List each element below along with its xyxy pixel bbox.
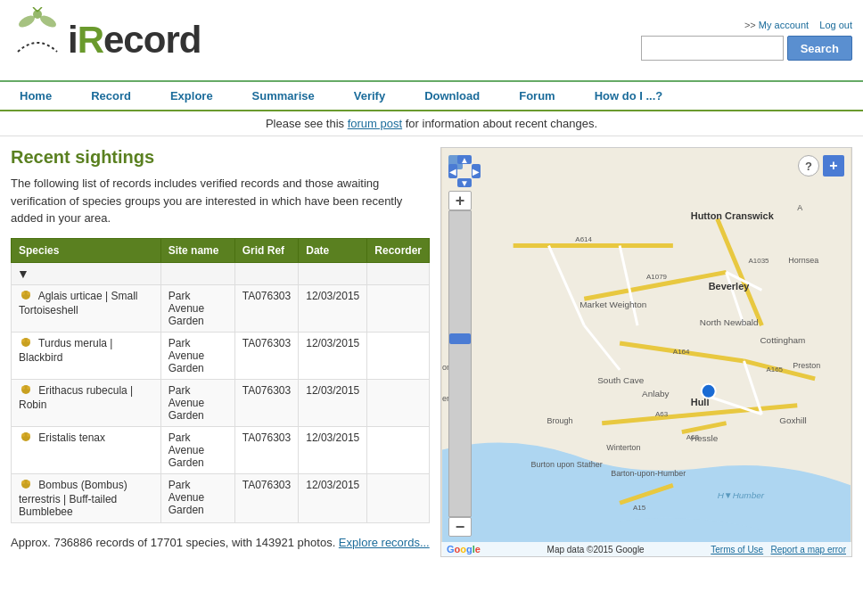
svg-text:South Cave: South Cave [597,375,644,385]
col-site: Site name [160,238,234,262]
svg-text:Beverley: Beverley [709,281,751,292]
nav-link-download[interactable]: Download [405,82,499,110]
zoom-out-button[interactable]: − [448,517,472,537]
nav-item-forum[interactable]: Forum [499,82,574,110]
stats-text: Approx. 736886 records of 17701 species,… [11,536,430,549]
col-date: Date [299,238,367,262]
nav-item-verify[interactable]: Verify [334,82,405,110]
terms-of-use-link[interactable]: Terms of Use [711,545,763,554]
top-right: >> My account Log out Search [641,20,852,61]
cell-species: Erithacus rubecula | Robin [12,379,161,426]
my-account-link[interactable]: My account [759,20,809,30]
svg-point-7 [27,292,30,295]
cell-recorder [367,379,430,426]
table-row: Erithacus rubecula | Robin Park Avenue G… [12,379,430,426]
nav-link-record[interactable]: Record [71,82,151,110]
cell-species: Bombus (Bombus) terrestris | Buff-tailed… [12,473,161,522]
cell-species: Turdus merula | Blackbird [12,332,161,379]
svg-text:A1079: A1079 [646,273,668,281]
notice-text-after: for information about recent changes. [402,117,597,130]
col-recorder: Recorder [367,238,430,262]
col-species: Species [12,238,161,262]
svg-text:A165: A165 [766,365,783,374]
svg-point-6 [21,292,25,295]
svg-text:Barton-upon-Humber: Barton-upon-Humber [611,469,686,478]
svg-text:Anlaby: Anlaby [642,389,669,398]
nav-item-home[interactable]: Home [0,82,71,110]
notice-forum-link[interactable]: forum post [348,117,402,130]
svg-point-13 [27,386,30,390]
nav-left-button[interactable]: ◀ [448,164,457,178]
table-filter-row: ▼ [12,262,430,284]
account-prefix: >> [744,20,759,30]
nav-link-verify[interactable]: Verify [334,82,405,110]
search-bar: Search [641,36,852,61]
zoom-in-button[interactable]: + [448,191,472,210]
notice-text-before: Please see this [266,117,348,130]
nav-item-record[interactable]: Record [71,82,151,110]
report-map-error-link[interactable]: Report a map error [771,545,846,554]
logo-text: iRecord [68,19,201,62]
map-background: A614 A1079 A1035 A164 A165 A63 A63 A15 [441,148,851,556]
zoom-thumb[interactable] [449,333,471,344]
nav-down-button[interactable]: ▼ [457,178,472,187]
svg-text:A15: A15 [633,504,646,512]
cell-recorder [367,426,430,473]
svg-text:Brough: Brough [547,416,572,425]
map-expand-button[interactable]: + [823,155,844,177]
svg-text:Market Weighton: Market Weighton [579,300,646,309]
svg-text:A614: A614 [575,235,592,243]
recent-sightings-title: Recent sightings [11,147,430,168]
nav-link-how-do-i[interactable]: How do I ...? [575,82,683,110]
species-icon [19,290,33,304]
filter-recorder [367,262,430,284]
filter-gridref [234,262,299,284]
svg-point-9 [21,339,25,342]
species-icon [19,384,33,398]
svg-text:North Newbald: North Newbald [700,317,759,327]
logo-icon [11,7,64,70]
sightings-table: Species Site name Grid Ref Date Recorder… [11,238,430,523]
svg-point-15 [21,433,25,437]
svg-text:A63: A63 [655,410,669,418]
sightings-description: The following list of records includes v… [11,175,430,227]
explore-records-link[interactable]: Explore records... [339,536,430,549]
nav-up-button[interactable]: ▲ [457,155,472,164]
filter-site [160,262,234,284]
map-nav-pad: ▲ ▼ ◀ ▶ [448,155,481,187]
nav-link-forum[interactable]: Forum [499,82,574,110]
nav-item-how-do-i[interactable]: How do I ...? [575,82,683,110]
table-row: Turdus merula | Blackbird Park Avenue Ga… [12,332,430,379]
map-help-button[interactable]: ? [798,155,819,177]
filter-date [299,262,367,284]
species-icon [19,431,33,446]
nav-item-explore[interactable]: Explore [151,82,233,110]
svg-point-19 [27,480,30,484]
nav-item-download[interactable]: Download [405,82,499,110]
svg-text:Hutton Cranswick: Hutton Cranswick [691,210,775,221]
cell-date: 12/03/2015 [299,379,367,426]
col-gridref: Grid Ref [234,238,299,262]
species-icon [19,479,33,493]
nav-link-home[interactable]: Home [0,82,71,110]
svg-point-61 [702,384,716,398]
nav-link-summarise[interactable]: Summarise [233,82,334,110]
search-input[interactable] [641,36,784,61]
table-row: Eristalis tenax Park Avenue Garden TA076… [12,426,430,473]
nav-link-explore[interactable]: Explore [151,82,233,110]
cell-recorder [367,284,430,332]
table-row: Aglais urticae | Small Tortoiseshell Par… [12,284,430,332]
nav-right-button[interactable]: ▶ [472,164,481,178]
nav-item-summarise[interactable]: Summarise [233,82,334,110]
map-data-credit: Map data ©2015 Google [547,545,645,554]
svg-text:H▼Humber: H▼Humber [718,490,765,500]
stats-before: Approx. 736886 records of 17701 species,… [11,536,339,549]
species-icon [19,337,33,351]
cell-gridref: TA076303 [234,426,299,473]
filter-species: ▼ [12,262,161,284]
svg-text:Goxhill: Goxhill [779,415,806,425]
cell-recorder [367,332,430,379]
search-button[interactable]: Search [787,36,852,61]
log-out-link[interactable]: Log out [819,20,852,30]
svg-point-18 [21,480,25,484]
